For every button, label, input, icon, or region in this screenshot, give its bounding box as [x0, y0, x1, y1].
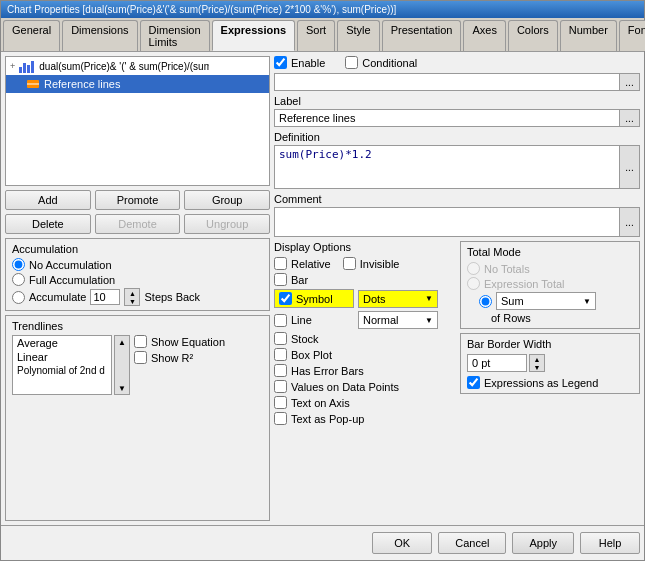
sum-dropdown[interactable]: Sum ▼	[496, 292, 596, 310]
add-button[interactable]: Add	[5, 190, 91, 210]
stock-checkbox[interactable]	[274, 332, 287, 345]
demote-button[interactable]: Demote	[95, 214, 181, 234]
trend-average[interactable]: Average	[13, 336, 111, 350]
definition-ellipsis-btn[interactable]: ...	[620, 145, 640, 189]
no-accumulation-radio[interactable]	[12, 258, 25, 271]
tab-dimension-limits[interactable]: Dimension Limits	[140, 20, 210, 51]
of-rows-label: of Rows	[467, 312, 633, 324]
tab-sort[interactable]: Sort	[297, 20, 335, 51]
expression-tree[interactable]: + dual(sum(Price)& '(' & sum(Price)/(sum…	[5, 56, 270, 186]
symbol-checkbox[interactable]	[279, 292, 292, 305]
relative-label: Relative	[291, 258, 331, 270]
show-r2-label: Show R²	[151, 352, 193, 364]
show-equation-row: Show Equation	[134, 335, 225, 348]
left-panel: + dual(sum(Price)& '(' & sum(Price)/(sum…	[5, 56, 270, 521]
tab-presentation[interactable]: Presentation	[382, 20, 462, 51]
display-options-left: Display Options Relative Invisible	[274, 241, 452, 428]
accumulation-box: Accumulation No Accumulation Full Accumu…	[5, 238, 270, 311]
ok-button[interactable]: OK	[372, 532, 432, 554]
show-r2-checkbox[interactable]	[134, 351, 147, 364]
tree-item-reference-lines-label: Reference lines	[44, 78, 120, 90]
expression-total-row: Expression Total	[467, 277, 633, 290]
line-checkbox[interactable]	[274, 314, 287, 327]
stock-row: Stock	[274, 332, 452, 345]
text-on-axis-checkbox[interactable]	[274, 396, 287, 409]
conditional-input[interactable]	[274, 73, 620, 91]
promote-button[interactable]: Promote	[95, 190, 181, 210]
tab-dimensions[interactable]: Dimensions	[62, 20, 137, 51]
accumulate-radio[interactable]	[12, 291, 25, 304]
trend-linear[interactable]: Linear	[13, 350, 111, 364]
tree-item-reference-lines[interactable]: Reference lines	[6, 75, 269, 93]
trendlines-list[interactable]: Average Linear Polynomial of 2nd d	[12, 335, 112, 395]
invisible-checkbox[interactable]	[343, 257, 356, 270]
cancel-button[interactable]: Cancel	[438, 532, 506, 554]
tree-item-expression[interactable]: + dual(sum(Price)& '(' & sum(Price)/(sum…	[6, 57, 269, 75]
steps-input[interactable]	[90, 289, 120, 305]
conditional-ellipsis-btn[interactable]: ...	[620, 73, 640, 91]
bar-checkbox[interactable]	[274, 273, 287, 286]
error-bars-label: Has Error Bars	[291, 365, 364, 377]
enable-checkbox[interactable]	[274, 56, 287, 69]
no-totals-radio[interactable]	[467, 262, 480, 275]
no-accumulation-row: No Accumulation	[12, 258, 263, 271]
trend-checkboxes: Show Equation Show R²	[134, 335, 225, 395]
box-plot-checkbox[interactable]	[274, 348, 287, 361]
error-bars-checkbox[interactable]	[274, 364, 287, 377]
help-button[interactable]: Help	[580, 532, 640, 554]
tab-axes[interactable]: Axes	[463, 20, 505, 51]
values-data-points-checkbox[interactable]	[274, 380, 287, 393]
trendlines-scrollbar[interactable]: ▲ ▼	[114, 335, 130, 395]
show-r2-row: Show R²	[134, 351, 225, 364]
tab-font[interactable]: Font	[619, 20, 645, 51]
expressions-legend-checkbox[interactable]	[467, 376, 480, 389]
bar-border-box: Bar Border Width ▲ ▼ Expressions as Lege…	[460, 333, 640, 394]
trendlines-scroll-up[interactable]: ▲	[115, 336, 129, 348]
definition-textarea[interactable]: sum(Price)*1.2	[274, 145, 620, 189]
group-button[interactable]: Group	[184, 190, 270, 210]
sum-row: Sum ▼	[467, 292, 633, 310]
relative-checkbox[interactable]	[274, 257, 287, 270]
comment-field-label: Comment	[274, 193, 640, 205]
label-input[interactable]	[274, 109, 620, 127]
show-equation-checkbox[interactable]	[134, 335, 147, 348]
steps-up[interactable]: ▲	[125, 289, 139, 297]
trendlines-title: Trendlines	[12, 320, 263, 332]
steps-spinner: ▲ ▼	[124, 288, 140, 306]
bar-border-up[interactable]: ▲	[530, 355, 544, 363]
comment-input-row: ...	[274, 207, 640, 237]
comment-textarea[interactable]	[274, 207, 620, 237]
tab-number[interactable]: Number	[560, 20, 617, 51]
apply-button[interactable]: Apply	[512, 532, 574, 554]
total-mode-box: Total Mode No Totals Expression Total	[460, 241, 640, 329]
show-equation-label: Show Equation	[151, 336, 225, 348]
full-accumulation-radio[interactable]	[12, 273, 25, 286]
label-ellipsis-btn[interactable]: ...	[620, 109, 640, 127]
bar-border-input[interactable]	[467, 354, 527, 372]
trend-polynomial[interactable]: Polynomial of 2nd d	[13, 364, 111, 377]
expression-total-radio[interactable]	[467, 277, 480, 290]
delete-button[interactable]: Delete	[5, 214, 91, 234]
tab-colors[interactable]: Colors	[508, 20, 558, 51]
line-dropdown[interactable]: Normal ▼	[358, 311, 438, 329]
label-section: Label ...	[274, 95, 640, 127]
title-text: Chart Properties [dual(sum(Price)&'('& s…	[7, 4, 396, 15]
trendlines-box: Trendlines Average Linear Polynomial of …	[5, 315, 270, 521]
text-on-axis-row: Text on Axis	[274, 396, 452, 409]
ungroup-button[interactable]: Ungroup	[184, 214, 270, 234]
text-as-popup-checkbox[interactable]	[274, 412, 287, 425]
bar-label: Bar	[291, 274, 308, 286]
tab-expressions[interactable]: Expressions	[212, 20, 295, 51]
conditional-input-row: ...	[274, 73, 640, 91]
symbol-dropdown[interactable]: Dots ▼	[358, 290, 438, 308]
tab-style[interactable]: Style	[337, 20, 379, 51]
comment-ellipsis-btn[interactable]: ...	[620, 207, 640, 237]
sum-radio[interactable]	[479, 295, 492, 308]
line-row: Line Normal ▼	[274, 311, 452, 329]
tab-general[interactable]: General	[3, 20, 60, 51]
bar-border-down[interactable]: ▼	[530, 363, 544, 371]
definition-field-label: Definition	[274, 131, 640, 143]
trendlines-scroll-down[interactable]: ▼	[115, 382, 129, 394]
conditional-checkbox[interactable]	[345, 56, 358, 69]
steps-down[interactable]: ▼	[125, 297, 139, 305]
